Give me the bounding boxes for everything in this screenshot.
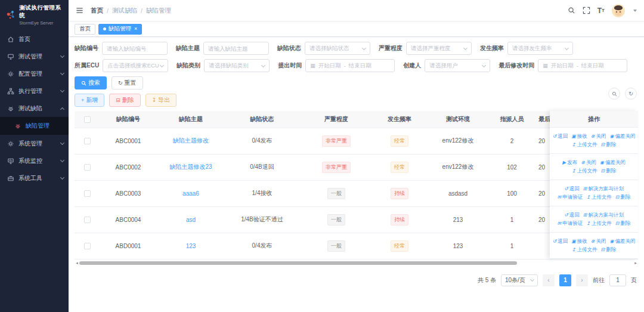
creator-select[interactable]: 请选择用户 <box>425 59 490 72</box>
receive-icon: ▣ <box>571 239 576 244</box>
row-checkbox[interactable] <box>84 190 91 197</box>
sidebar-item-defect-management[interactable]: 缺陷管理 <box>0 117 69 135</box>
action-close[interactable]: ⊗关闭 <box>591 133 606 140</box>
sidebar-item-config-management[interactable]: 配置管理 <box>0 65 69 82</box>
breadcrumb-home[interactable]: 首页 <box>91 7 103 15</box>
defect-subject-link[interactable]: aaaa6 <box>182 190 199 197</box>
sidebar-item-system-tools[interactable]: 系统工具 <box>0 169 69 187</box>
defect-category-select[interactable]: 请选择缺陷类别 <box>204 59 270 72</box>
refresh-button[interactable]: ↻ <box>625 88 637 100</box>
scrollbar-thumb[interactable] <box>79 261 517 265</box>
search-button[interactable]: 搜索 <box>75 76 107 89</box>
sidebar-item-system-monitor[interactable]: 系统监控 <box>0 152 69 169</box>
tab-home[interactable]: 首页 <box>75 24 95 35</box>
chevron-down-icon <box>60 88 64 92</box>
sidebar-item-label: 首页 <box>18 35 64 44</box>
cell-assignee: 102 <box>490 154 534 180</box>
sidebar-item-test-defect[interactable]: 测试缺陷 <box>0 100 69 117</box>
frequency-badge: 经常 <box>391 162 408 173</box>
submit-time-daterange[interactable]: ▦ 开始日期 - 结束日期 <box>305 59 395 72</box>
modified-time-daterange[interactable]: ▦ 开始日期 - 结束日期 <box>538 59 627 72</box>
action-close[interactable]: ⊗关闭 <box>581 159 596 166</box>
prev-page-button[interactable]: ‹ <box>543 274 555 286</box>
row-checkbox[interactable] <box>84 138 91 144</box>
reset-button[interactable]: ↻ 重置 <box>112 76 143 89</box>
action-return[interactable]: ↺退回 <box>553 238 568 245</box>
action-close[interactable]: ⊗关闭 <box>591 238 606 245</box>
action-delete[interactable]: ⊟删除 <box>601 141 617 149</box>
col-status: 缺陷状态 <box>225 111 299 128</box>
row-checkbox[interactable] <box>84 243 91 249</box>
defect-status-select[interactable]: 请选择缺陷状态 <box>305 42 370 55</box>
cell-status: 1/4接收 <box>225 180 299 206</box>
fullscreen-icon <box>583 7 590 14</box>
chevron-down-icon <box>60 53 64 57</box>
action-upload-file[interactable]: ↥上传文件 <box>586 220 612 227</box>
action-receive[interactable]: ▣接收 <box>571 133 587 140</box>
sidebar-collapse-button[interactable] <box>76 7 83 14</box>
deviation-close-icon: ◉ <box>600 160 604 165</box>
sidebar-item-test-management[interactable]: 测试管理 <box>0 48 69 65</box>
severity-select[interactable]: 请选择严重程度 <box>406 42 472 55</box>
action-deviation-close[interactable]: ◉偏差关闭 <box>609 238 635 245</box>
scroll-left-icon[interactable]: ◂ <box>75 261 79 265</box>
action-upload-file[interactable]: ↥上传文件 <box>586 194 612 201</box>
add-button[interactable]: + 新增 <box>75 94 104 107</box>
action-apply-verification[interactable]: ✉申请验证 <box>557 220 583 227</box>
action-delete[interactable]: ⊟删除 <box>601 246 617 254</box>
breadcrumb-test-defect[interactable]: 测试缺陷 <box>112 7 137 15</box>
action-solution-plan[interactable]: ⊞解决方案与计划 <box>583 186 624 193</box>
font-size-button[interactable]: TT <box>597 7 605 15</box>
action-upload-file[interactable]: ↥上传文件 <box>572 141 597 149</box>
defect-subject-link[interactable]: 缺陷主题修改 <box>173 137 209 144</box>
caret-down-icon[interactable] <box>633 10 637 12</box>
trash-icon: ⊟ <box>601 248 605 252</box>
action-upload-file[interactable]: ↥上传文件 <box>572 168 597 175</box>
action-apply-verification[interactable]: ✉申请验证 <box>557 194 583 201</box>
action-receive[interactable]: ▣接收 <box>571 238 587 245</box>
defect-id-input[interactable] <box>107 45 163 52</box>
action-delete[interactable]: ⊟删除 <box>615 220 631 227</box>
row-checkbox[interactable] <box>84 217 91 223</box>
action-deviation-close[interactable]: ◉偏差关闭 <box>609 133 635 140</box>
goto-page-input[interactable] <box>609 274 626 286</box>
ecu-select[interactable]: 点击选择或搜索ECU <box>103 59 168 72</box>
download-icon: ↧ <box>152 98 157 103</box>
frequency-select[interactable]: 请选择发生频率 <box>507 42 573 55</box>
action-delete[interactable]: ⊟删除 <box>615 194 631 201</box>
action-return[interactable]: ↺退回 <box>553 133 568 140</box>
select-all-checkbox[interactable] <box>84 116 91 123</box>
scroll-right-icon[interactable]: ▸ <box>633 261 638 265</box>
sidebar-item-execution-management[interactable]: 执行管理 <box>0 82 69 100</box>
horizontal-scrollbar[interactable]: ◂ ▸ <box>75 261 638 266</box>
header-search-button[interactable] <box>568 7 575 14</box>
defect-subject-link[interactable]: 缺陷主题修改23 <box>169 163 212 170</box>
action-solution-plan[interactable]: ⊞解决方案与计划 <box>583 212 624 219</box>
defect-subject-link[interactable]: asd <box>186 217 196 223</box>
delete-button[interactable]: ⊟ 删除 <box>109 94 141 107</box>
export-button[interactable]: ↧ 导出 <box>145 94 177 107</box>
action-return[interactable]: ↺退回 <box>564 186 580 193</box>
sidebar-item-home[interactable]: 首页 <box>0 30 69 48</box>
row-checkbox[interactable] <box>84 164 91 171</box>
toggle-search-button[interactable] <box>608 88 620 100</box>
sidebar-item-system-management[interactable]: 系统管理 <box>0 135 69 152</box>
tab-close-icon[interactable]: × <box>134 26 137 32</box>
fullscreen-button[interactable] <box>583 7 590 14</box>
defect-subject-input[interactable] <box>208 45 264 52</box>
action-deviation-close[interactable]: ◉偏差关闭 <box>600 159 626 166</box>
cell-assignee: 1 <box>490 233 534 259</box>
action-publish[interactable]: ▶发布 <box>562 159 577 166</box>
action-upload-file[interactable]: ↥上传文件 <box>572 246 597 254</box>
scrollbar-track[interactable] <box>79 261 633 265</box>
defect-subject-link[interactable]: 123 <box>186 243 196 249</box>
page-size-select[interactable]: 10条/页 <box>501 274 538 286</box>
tab-defect-management[interactable]: 缺陷管理 × <box>98 24 142 35</box>
filter-row-1: 缺陷编号 缺陷主题 缺陷状态 请选择缺陷状态 严重程度 <box>75 42 638 55</box>
action-delete[interactable]: ⊟删除 <box>601 168 617 175</box>
row-actions: ↺退回 ▣接收 ⊗关闭 ◉偏差关闭 ↥上传文件 ⊟删除 <box>550 128 638 154</box>
page-number-1[interactable]: 1 <box>559 274 571 286</box>
next-page-button[interactable]: › <box>576 274 588 286</box>
avatar[interactable] <box>612 4 625 17</box>
action-return[interactable]: ↺退回 <box>564 212 580 219</box>
